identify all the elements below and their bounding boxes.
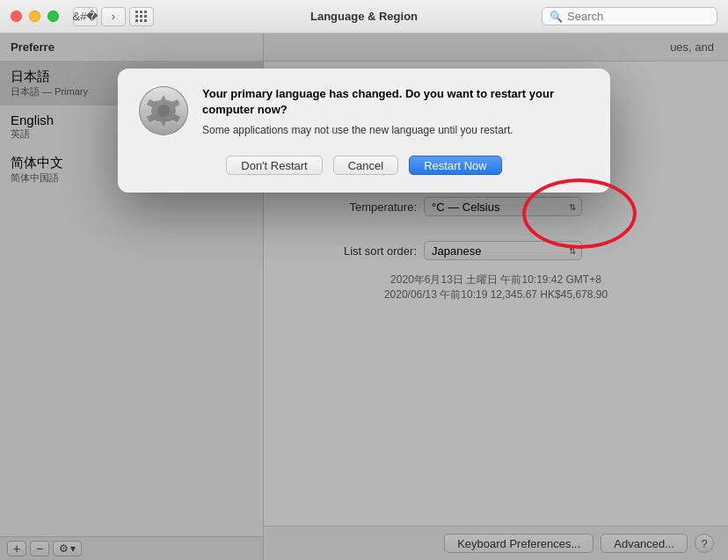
minimize-button[interactable] — [29, 11, 40, 22]
restart-now-button[interactable]: Restart Now — [409, 156, 502, 175]
search-bar[interactable]: 🔍 — [542, 7, 717, 25]
dialog-overlay: Your primary language has changed. Do yo… — [0, 33, 728, 560]
main-content: Preferre 日本語 日本語 — Primary English 英語 简体… — [0, 33, 728, 560]
dialog-body: Some applications may not use the new la… — [202, 123, 589, 138]
close-button[interactable] — [11, 11, 22, 22]
window-title: Language & Region — [310, 10, 418, 23]
dialog-gear-icon — [139, 86, 188, 135]
svg-point-2 — [157, 105, 170, 117]
dont-restart-button[interactable]: Don't Restart — [226, 156, 322, 175]
maximize-button[interactable] — [47, 11, 59, 22]
gear-icon — [139, 86, 188, 135]
dialog: Your primary language has changed. Do yo… — [118, 69, 610, 193]
dialog-text-area: Your primary language has changed. Do yo… — [202, 86, 589, 138]
search-icon: 🔍 — [550, 11, 563, 23]
back-button[interactable]: &#� — [73, 7, 98, 26]
nav-buttons: &#� › — [73, 7, 126, 26]
annotation-circle — [522, 178, 637, 249]
traffic-lights — [11, 11, 59, 22]
forward-button[interactable]: › — [101, 7, 126, 26]
search-input[interactable] — [567, 10, 710, 23]
dialog-content: Your primary language has changed. Do yo… — [139, 86, 589, 138]
grid-button[interactable] — [129, 7, 154, 26]
dialog-buttons: Don't Restart Cancel Restart Now — [139, 156, 589, 175]
title-bar: &#� › Language & Region 🔍 — [0, 0, 728, 33]
cancel-button[interactable]: Cancel — [333, 156, 398, 175]
dialog-title: Your primary language has changed. Do yo… — [202, 86, 589, 118]
